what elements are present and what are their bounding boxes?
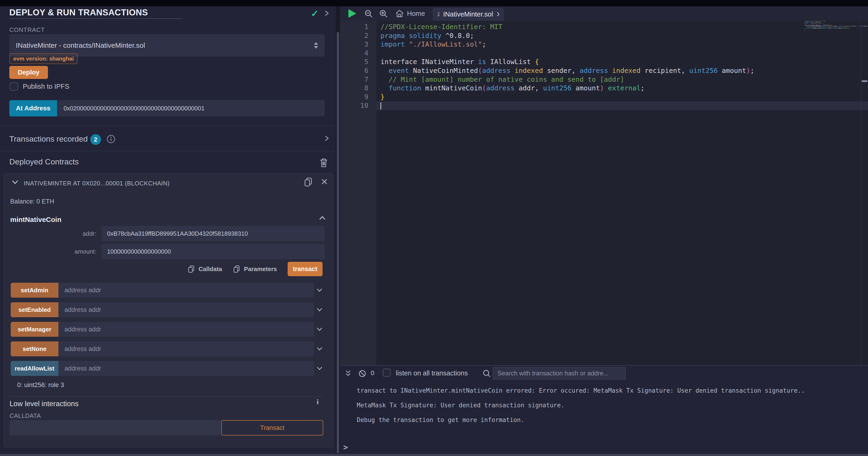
calldata-input[interactable] xyxy=(9,420,221,435)
code-line[interactable]: 6 event NativeCoinMinted(address indexed… xyxy=(340,66,868,75)
publish-ipfs-label: Publish to IPFS xyxy=(23,83,69,90)
minimap[interactable]: //SPDX-License-Identifier: MITpragma sol… xyxy=(804,21,860,31)
terminal-prompt[interactable]: > xyxy=(343,443,348,452)
copy-icon xyxy=(187,265,195,273)
code-line[interactable]: 8 function mintNativeCoin(address addr, … xyxy=(340,84,868,93)
deploy-button[interactable]: Deploy xyxy=(9,66,48,79)
code-line-text: } xyxy=(376,93,868,102)
listen-all-checkbox[interactable] xyxy=(383,369,391,377)
setAdmin-button[interactable]: setAdmin xyxy=(11,283,58,297)
code-line[interactable]: 10 xyxy=(340,101,868,110)
panel-scrollbar[interactable] xyxy=(337,32,339,453)
setManager-input[interactable] xyxy=(58,322,314,337)
code-line-text xyxy=(376,101,868,110)
evm-version-badge: evm version: shanghai xyxy=(9,53,78,64)
zoom-in-icon[interactable] xyxy=(379,9,389,19)
publish-ipfs-row: Publish to IPFS xyxy=(10,82,69,91)
readAllowList-input[interactable] xyxy=(58,361,314,376)
editor-scrollbar[interactable] xyxy=(861,21,868,365)
run-script-icon[interactable] xyxy=(348,9,356,18)
chevron-down-icon[interactable] xyxy=(12,179,19,185)
expand-function-icon[interactable] xyxy=(314,366,325,371)
code-line-text: //SPDX-License-Identifier: MIT xyxy=(376,23,868,31)
info-icon[interactable]: i xyxy=(317,398,318,406)
horizontal-scrollbar[interactable] xyxy=(0,454,868,456)
pending-tx-count: 0 xyxy=(371,369,374,377)
transactions-count-badge: 2 xyxy=(90,134,101,145)
zoom-out-icon[interactable] xyxy=(364,9,373,19)
chevron-down-icon xyxy=(316,288,322,292)
code-line-text: pragma solidity ^0.8.0; xyxy=(376,31,868,40)
code-line[interactable]: 5interface INativeMinter is IAllowList { xyxy=(340,58,868,66)
terminal-messages: transact to INativeMinter.mintNativeCoin… xyxy=(357,387,805,431)
copy-icon[interactable] xyxy=(304,177,313,187)
terminal-search-input[interactable] xyxy=(493,367,626,380)
instance-balance: Balance: 0 ETH xyxy=(10,198,54,205)
text-cursor xyxy=(380,103,381,110)
amount-field-input[interactable] xyxy=(101,244,325,259)
copy-calldata-label: Calldata xyxy=(198,265,222,273)
at-address-input[interactable] xyxy=(57,100,324,116)
transactions-expand-icon[interactable] xyxy=(324,135,330,142)
listen-all-label: listen on all transactions xyxy=(396,369,468,377)
close-icon[interactable] xyxy=(496,11,499,17)
search-icon xyxy=(483,369,491,378)
minimap-line xyxy=(804,30,860,31)
calldata-label: CALLDATA xyxy=(9,412,41,420)
panel-divider[interactable] xyxy=(336,6,340,456)
addr-field-input[interactable] xyxy=(101,226,325,241)
expand-function-icon[interactable] xyxy=(314,307,325,312)
low-level-title: Low level interactions xyxy=(9,400,79,408)
copy-parameters-button[interactable]: Parameters xyxy=(233,265,277,273)
function-output: 0: uint256: role 3 xyxy=(17,381,64,389)
transact-button[interactable]: transact xyxy=(288,262,322,276)
editor-tabstrip: Home INativeMinter.sol xyxy=(340,6,868,21)
close-icon[interactable] xyxy=(321,178,328,185)
code-editor[interactable]: 1//SPDX-License-Identifier: MIT2pragma s… xyxy=(340,21,868,365)
setAdmin-input[interactable] xyxy=(58,283,314,297)
code-line[interactable]: 9} xyxy=(340,93,868,102)
tab-file-active[interactable]: INativeMinter.sol xyxy=(433,8,504,21)
window-topbar xyxy=(0,0,868,6)
section-divider xyxy=(0,125,336,126)
code-line[interactable]: 1//SPDX-License-Identifier: MIT xyxy=(340,23,868,31)
publish-ipfs-checkbox[interactable] xyxy=(10,82,18,91)
tab-home[interactable]: Home xyxy=(391,6,430,21)
code-line[interactable]: 2pragma solidity ^0.8.0; xyxy=(340,31,868,40)
setNone-input[interactable] xyxy=(58,341,314,356)
clear-console-icon[interactable] xyxy=(358,369,367,378)
function-row: setManager xyxy=(11,322,325,337)
terminal: 0 listen on all transactions transact to… xyxy=(340,365,868,456)
expand-function-icon[interactable] xyxy=(314,327,325,332)
setEnabled-button[interactable]: setEnabled xyxy=(11,302,58,317)
function-row: setNone xyxy=(11,341,325,356)
expand-function-icon[interactable] xyxy=(314,346,325,351)
low-level-transact-button[interactable]: Transact xyxy=(221,420,323,435)
collapse-terminal-icon[interactable] xyxy=(344,369,352,378)
chevron-down-icon xyxy=(316,307,322,312)
code-line[interactable]: 7 // Mint [amount] number of native coin… xyxy=(340,75,868,84)
amount-field-label: amount: xyxy=(4,248,101,255)
terminal-message: MetaMask Tx Signature: User denied trans… xyxy=(357,402,805,417)
chevron-up-icon[interactable] xyxy=(319,215,326,221)
copy-parameters-label: Parameters xyxy=(244,265,277,273)
deployed-instance-card: INATIVEMINTER AT 0X020...00001 (BLOCKCHA… xyxy=(3,173,333,448)
trash-icon[interactable] xyxy=(319,158,328,167)
at-address-button[interactable]: At Address xyxy=(9,100,57,116)
function-list: setAdminsetEnabledsetManagersetNonereadA… xyxy=(11,283,325,380)
code-line[interactable]: 3import "./IAllowList.sol"; xyxy=(340,40,868,49)
code-line[interactable]: 4 xyxy=(340,49,868,58)
setManager-button[interactable]: setManager xyxy=(11,322,58,337)
check-icon[interactable]: ✓ xyxy=(311,8,319,19)
code-lines: 1//SPDX-License-Identifier: MIT2pragma s… xyxy=(340,23,868,110)
chevron-right-icon[interactable] xyxy=(324,10,330,17)
info-icon[interactable] xyxy=(106,135,116,144)
copy-calldata-button[interactable]: Calldata xyxy=(187,265,222,273)
expand-function-icon[interactable] xyxy=(314,288,325,292)
setEnabled-input[interactable] xyxy=(58,302,314,317)
setNone-button[interactable]: setNone xyxy=(11,341,58,356)
addr-field-row: addr: xyxy=(4,226,325,241)
readAllowList-button[interactable]: readAllowList xyxy=(11,361,58,376)
transactions-recorded-label: Transactions recorded xyxy=(9,134,88,143)
function-name: mintNativeCoin xyxy=(10,216,61,224)
